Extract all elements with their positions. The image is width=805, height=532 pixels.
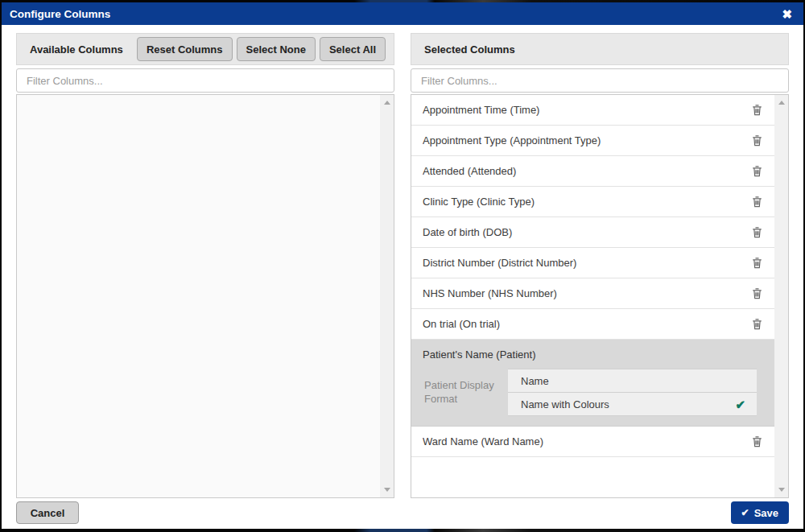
- trash-icon: [752, 435, 762, 447]
- list-item[interactable]: Appointment Type (Appointment Type): [411, 126, 774, 156]
- delete-column-button[interactable]: [750, 102, 764, 118]
- available-filter-input[interactable]: [16, 68, 394, 93]
- list-item[interactable]: On trial (On trial): [411, 309, 774, 340]
- reset-columns-button[interactable]: Reset Columns: [137, 37, 233, 61]
- save-button-label: Save: [754, 507, 778, 519]
- trash-icon: [752, 257, 762, 269]
- delete-column-button[interactable]: [750, 133, 764, 148]
- list-item[interactable]: District Number (District Number): [411, 248, 774, 278]
- option-label: Name with Colours: [521, 398, 735, 410]
- list-item-label: Date of birth (DOB): [423, 226, 750, 238]
- list-item-patient-expanded[interactable]: Patient's Name (Patient) Patient Display…: [411, 340, 774, 427]
- scroll-up-icon[interactable]: [384, 101, 390, 105]
- dialog-titlebar: Configure Columns ✖: [2, 2, 803, 25]
- available-columns-list-content: [17, 95, 380, 497]
- delete-column-button[interactable]: [750, 286, 764, 301]
- scroll-up-icon[interactable]: [778, 101, 785, 105]
- list-item-label: Patient's Name (Patient): [423, 348, 763, 361]
- list-item-label: Appointment Type (Appointment Type): [423, 134, 750, 146]
- trash-icon: [752, 226, 762, 238]
- check-icon: ✔: [735, 398, 745, 410]
- select-none-button[interactable]: Select None: [237, 37, 316, 61]
- list-item-label: NHS Number (NHS Number): [423, 287, 750, 299]
- save-button[interactable]: ✔ Save: [731, 501, 789, 524]
- trash-icon: [752, 287, 762, 299]
- list-item-label: Attended (Attended): [423, 165, 750, 177]
- trash-icon: [752, 165, 762, 177]
- list-item-label: District Number (District Number): [423, 257, 750, 269]
- trash-icon: [752, 134, 762, 146]
- trash-icon: [752, 104, 762, 116]
- delete-column-button[interactable]: [750, 225, 764, 240]
- available-columns-list: [16, 94, 394, 498]
- available-list-scrollbar[interactable]: [380, 95, 394, 497]
- list-item[interactable]: NHS Number (NHS Number): [411, 278, 774, 309]
- dialog-title: Configure Columns: [10, 8, 110, 20]
- trash-icon: [752, 196, 762, 208]
- option-name-with-colours[interactable]: Name with Colours ✔: [508, 393, 757, 416]
- selected-columns-title: Selected Columns: [424, 43, 784, 56]
- close-icon[interactable]: ✖: [780, 6, 794, 22]
- select-all-button[interactable]: Select All: [320, 37, 386, 61]
- selected-columns-header: Selected Columns: [411, 33, 789, 65]
- list-item[interactable]: Appointment Time (Time): [411, 95, 774, 126]
- dialog-footer: Cancel ✔ Save: [2, 500, 803, 532]
- selected-list-scrollbar[interactable]: [774, 95, 788, 497]
- scroll-down-icon[interactable]: [384, 488, 390, 492]
- cancel-button[interactable]: Cancel: [16, 501, 79, 524]
- list-item-label: Clinic Type (Clinic Type): [423, 196, 750, 208]
- save-check-icon: ✔: [741, 508, 749, 518]
- display-format-options: Name Name with Colours ✔: [508, 369, 757, 416]
- scroll-down-icon[interactable]: [778, 488, 785, 492]
- trash-icon: [752, 318, 762, 330]
- list-item[interactable]: Clinic Type (Clinic Type): [411, 187, 774, 217]
- delete-column-button[interactable]: [750, 434, 764, 449]
- patient-item-header[interactable]: Patient's Name (Patient): [411, 340, 774, 369]
- patient-display-format-label: Patient Display Format: [411, 379, 508, 406]
- selected-columns-panel: Selected Columns Appointment Time (Time)…: [411, 33, 789, 498]
- delete-column-button[interactable]: [750, 194, 764, 209]
- delete-column-button[interactable]: [750, 316, 764, 332]
- configure-columns-dialog: Configure Columns ✖ Available Columns Re…: [2, 2, 803, 529]
- selected-columns-list-content: Appointment Time (Time) Appointment Type…: [411, 95, 774, 497]
- list-item-label: Ward Name (Ward Name): [423, 435, 750, 447]
- option-name[interactable]: Name: [508, 369, 757, 393]
- list-item[interactable]: Date of birth (DOB): [411, 217, 774, 248]
- list-item-label: Appointment Time (Time): [423, 104, 750, 116]
- available-columns-panel: Available Columns Reset Columns Select N…: [16, 33, 394, 498]
- list-item[interactable]: Ward Name (Ward Name): [411, 427, 774, 457]
- list-item[interactable]: Attended (Attended): [411, 156, 774, 187]
- patient-display-format-section: Patient Display Format Name Name with Co…: [411, 369, 774, 416]
- selected-filter-input[interactable]: [411, 68, 789, 93]
- dialog-body: Available Columns Reset Columns Select N…: [2, 25, 803, 498]
- selected-columns-list: Appointment Time (Time) Appointment Type…: [411, 94, 789, 498]
- delete-column-button[interactable]: [750, 255, 764, 270]
- available-columns-header: Available Columns Reset Columns Select N…: [16, 33, 394, 65]
- list-item-label: On trial (On trial): [423, 318, 750, 330]
- available-columns-title: Available Columns: [30, 43, 137, 56]
- delete-column-button[interactable]: [750, 163, 764, 179]
- option-label: Name: [521, 375, 745, 387]
